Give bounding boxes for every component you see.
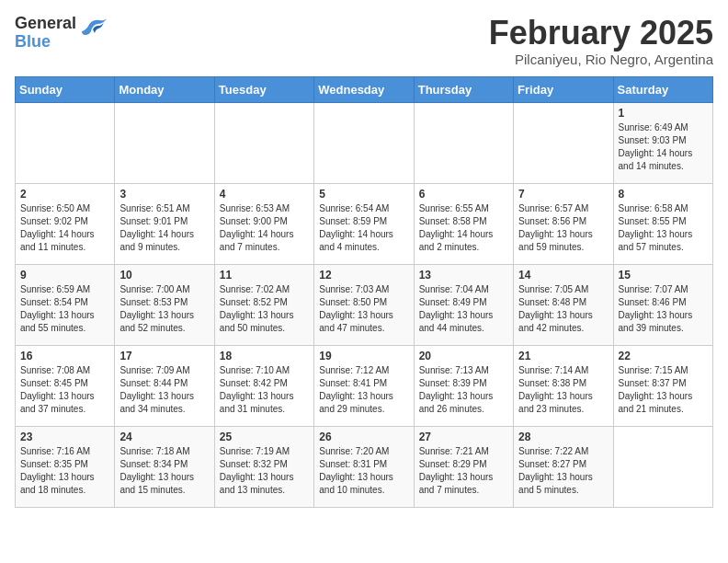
day-cell: 12Sunrise: 7:03 AM Sunset: 8:50 PM Dayli… <box>314 264 414 345</box>
day-number: 4 <box>220 188 309 201</box>
day-info: Sunrise: 7:00 AM Sunset: 8:53 PM Dayligh… <box>119 283 209 335</box>
day-info: Sunrise: 7:21 AM Sunset: 8:29 PM Dayligh… <box>419 445 508 497</box>
day-number: 15 <box>619 269 708 282</box>
header-day-tuesday: Tuesday <box>214 76 313 102</box>
day-cell: 11Sunrise: 7:02 AM Sunset: 8:52 PM Dayli… <box>214 264 313 345</box>
day-number: 14 <box>518 269 608 282</box>
day-cell: 26Sunrise: 7:20 AM Sunset: 8:31 PM Dayli… <box>314 426 414 507</box>
day-number: 5 <box>319 188 408 201</box>
day-number: 22 <box>619 350 708 362</box>
week-row-5: 23Sunrise: 7:16 AM Sunset: 8:35 PM Dayli… <box>16 426 713 507</box>
calendar-title: February 2025 <box>489 15 713 52</box>
day-number: 1 <box>619 107 708 120</box>
day-cell: 7Sunrise: 6:57 AM Sunset: 8:56 PM Daylig… <box>514 183 613 264</box>
day-cell <box>514 102 613 183</box>
day-info: Sunrise: 6:55 AM Sunset: 8:58 PM Dayligh… <box>419 202 508 254</box>
day-cell: 15Sunrise: 7:07 AM Sunset: 8:46 PM Dayli… <box>613 264 712 345</box>
day-number: 25 <box>220 431 309 443</box>
day-number: 13 <box>419 269 508 282</box>
calendar-header-row: SundayMondayTuesdayWednesdayThursdayFrid… <box>16 76 713 102</box>
day-number: 11 <box>220 269 309 282</box>
week-row-3: 9Sunrise: 6:59 AM Sunset: 8:54 PM Daylig… <box>16 264 713 345</box>
day-cell: 3Sunrise: 6:51 AM Sunset: 9:01 PM Daylig… <box>115 183 214 264</box>
day-cell: 18Sunrise: 7:10 AM Sunset: 8:42 PM Dayli… <box>214 345 313 426</box>
day-cell: 8Sunrise: 6:58 AM Sunset: 8:55 PM Daylig… <box>613 183 712 264</box>
day-cell: 10Sunrise: 7:00 AM Sunset: 8:53 PM Dayli… <box>115 264 214 345</box>
day-cell: 6Sunrise: 6:55 AM Sunset: 8:58 PM Daylig… <box>414 183 513 264</box>
week-row-1: 1Sunrise: 6:49 AM Sunset: 9:03 PM Daylig… <box>16 102 713 183</box>
logo-blue: Blue <box>15 33 76 52</box>
day-info: Sunrise: 6:58 AM Sunset: 8:55 PM Dayligh… <box>619 202 708 254</box>
day-cell: 28Sunrise: 7:22 AM Sunset: 8:27 PM Dayli… <box>514 426 613 507</box>
day-info: Sunrise: 7:18 AM Sunset: 8:34 PM Dayligh… <box>119 445 209 497</box>
day-info: Sunrise: 6:57 AM Sunset: 8:56 PM Dayligh… <box>518 202 608 254</box>
day-number: 3 <box>119 188 209 201</box>
day-info: Sunrise: 7:08 AM Sunset: 8:45 PM Dayligh… <box>20 364 109 416</box>
calendar-table: SundayMondayTuesdayWednesdayThursdayFrid… <box>15 76 713 508</box>
day-cell: 4Sunrise: 6:53 AM Sunset: 9:00 PM Daylig… <box>214 183 313 264</box>
day-info: Sunrise: 7:14 AM Sunset: 8:38 PM Dayligh… <box>518 364 608 416</box>
day-number: 12 <box>319 269 408 282</box>
day-number: 26 <box>319 431 408 443</box>
day-number: 27 <box>419 431 508 443</box>
day-cell <box>314 102 414 183</box>
day-info: Sunrise: 6:50 AM Sunset: 9:02 PM Dayligh… <box>20 202 109 254</box>
day-number: 18 <box>220 350 309 362</box>
day-info: Sunrise: 7:09 AM Sunset: 8:44 PM Dayligh… <box>119 364 209 416</box>
day-info: Sunrise: 7:19 AM Sunset: 8:32 PM Dayligh… <box>220 445 309 497</box>
day-cell: 25Sunrise: 7:19 AM Sunset: 8:32 PM Dayli… <box>214 426 313 507</box>
day-number: 24 <box>119 431 209 443</box>
day-cell: 23Sunrise: 7:16 AM Sunset: 8:35 PM Dayli… <box>16 426 115 507</box>
day-info: Sunrise: 7:22 AM Sunset: 8:27 PM Dayligh… <box>518 445 608 497</box>
day-number: 16 <box>20 350 109 362</box>
day-info: Sunrise: 7:12 AM Sunset: 8:41 PM Dayligh… <box>319 364 408 416</box>
day-cell: 20Sunrise: 7:13 AM Sunset: 8:39 PM Dayli… <box>414 345 513 426</box>
day-number: 8 <box>619 188 708 201</box>
day-info: Sunrise: 7:13 AM Sunset: 8:39 PM Dayligh… <box>419 364 508 416</box>
header-day-wednesday: Wednesday <box>314 76 414 102</box>
day-cell: 19Sunrise: 7:12 AM Sunset: 8:41 PM Dayli… <box>314 345 414 426</box>
day-cell: 27Sunrise: 7:21 AM Sunset: 8:29 PM Dayli… <box>414 426 513 507</box>
day-info: Sunrise: 7:10 AM Sunset: 8:42 PM Dayligh… <box>220 364 309 416</box>
header-day-monday: Monday <box>115 76 214 102</box>
day-number: 9 <box>20 269 109 282</box>
day-number: 17 <box>119 350 209 362</box>
day-cell: 14Sunrise: 7:05 AM Sunset: 8:48 PM Dayli… <box>514 264 613 345</box>
logo: General Blue <box>15 15 109 52</box>
day-info: Sunrise: 7:05 AM Sunset: 8:48 PM Dayligh… <box>518 283 608 335</box>
day-cell: 24Sunrise: 7:18 AM Sunset: 8:34 PM Dayli… <box>115 426 214 507</box>
day-info: Sunrise: 7:07 AM Sunset: 8:46 PM Dayligh… <box>619 283 708 335</box>
day-info: Sunrise: 6:49 AM Sunset: 9:03 PM Dayligh… <box>619 121 708 173</box>
day-cell: 17Sunrise: 7:09 AM Sunset: 8:44 PM Dayli… <box>115 345 214 426</box>
header-day-friday: Friday <box>514 76 613 102</box>
day-cell <box>115 102 214 183</box>
logo-bird-icon <box>80 15 109 44</box>
day-number: 28 <box>518 431 608 443</box>
header-day-sunday: Sunday <box>16 76 115 102</box>
header-day-thursday: Thursday <box>414 76 513 102</box>
day-cell: 13Sunrise: 7:04 AM Sunset: 8:49 PM Dayli… <box>414 264 513 345</box>
day-number: 19 <box>319 350 408 362</box>
title-section: February 2025 Pilcaniyeu, Rio Negro, Arg… <box>489 15 713 67</box>
day-number: 6 <box>419 188 508 201</box>
day-info: Sunrise: 6:54 AM Sunset: 8:59 PM Dayligh… <box>319 202 408 254</box>
day-number: 10 <box>119 269 209 282</box>
day-number: 2 <box>20 188 109 201</box>
day-cell: 16Sunrise: 7:08 AM Sunset: 8:45 PM Dayli… <box>16 345 115 426</box>
day-number: 21 <box>518 350 608 362</box>
day-cell <box>613 426 712 507</box>
day-cell: 9Sunrise: 6:59 AM Sunset: 8:54 PM Daylig… <box>16 264 115 345</box>
day-cell <box>414 102 513 183</box>
day-info: Sunrise: 7:15 AM Sunset: 8:37 PM Dayligh… <box>619 364 708 416</box>
header-day-saturday: Saturday <box>613 76 712 102</box>
day-cell <box>214 102 313 183</box>
day-info: Sunrise: 7:04 AM Sunset: 8:49 PM Dayligh… <box>419 283 508 335</box>
day-info: Sunrise: 7:03 AM Sunset: 8:50 PM Dayligh… <box>319 283 408 335</box>
week-row-4: 16Sunrise: 7:08 AM Sunset: 8:45 PM Dayli… <box>16 345 713 426</box>
day-cell: 5Sunrise: 6:54 AM Sunset: 8:59 PM Daylig… <box>314 183 414 264</box>
day-number: 20 <box>419 350 508 362</box>
page-header: General Blue February 2025 Pilcaniyeu, R… <box>15 15 713 67</box>
week-row-2: 2Sunrise: 6:50 AM Sunset: 9:02 PM Daylig… <box>16 183 713 264</box>
logo-general: General <box>15 15 76 33</box>
day-info: Sunrise: 6:59 AM Sunset: 8:54 PM Dayligh… <box>20 283 109 335</box>
